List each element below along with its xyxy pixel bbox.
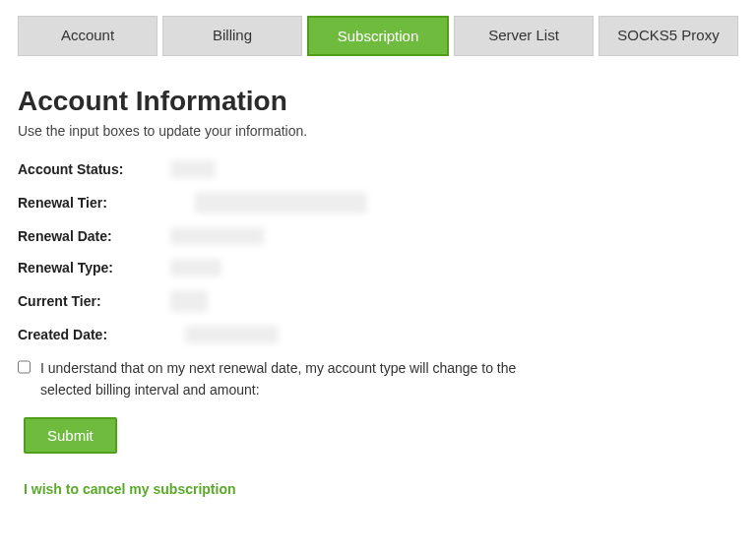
field-renewal-date: Renewal Date: bbox=[18, 227, 738, 245]
label-renewal-date: Renewal Date bbox=[18, 228, 107, 244]
page-subhead: Use the input boxes to update your infor… bbox=[18, 123, 738, 139]
tab-socks5-proxy[interactable]: SOCKS5 Proxy bbox=[598, 16, 738, 56]
field-created-date: Created Date: bbox=[18, 326, 738, 343]
value-account-status bbox=[170, 160, 216, 178]
label-renewal-type: Renewal Type bbox=[18, 260, 108, 276]
field-renewal-tier: Renewal Tier: bbox=[18, 192, 738, 214]
label-account-status: Account Status bbox=[18, 161, 119, 177]
consent-row: I understand that on my next renewal dat… bbox=[18, 357, 539, 401]
cancel-subscription-link[interactable]: I wish to cancel my subscription bbox=[24, 481, 236, 497]
value-created-date bbox=[185, 326, 279, 343]
tab-server-list[interactable]: Server List bbox=[454, 16, 594, 56]
value-renewal-date bbox=[170, 227, 264, 245]
label-renewal-tier: Renewal Tier bbox=[18, 195, 102, 211]
value-renewal-tier bbox=[195, 192, 367, 214]
value-current-tier bbox=[170, 290, 208, 312]
field-current-tier: Current Tier: bbox=[18, 290, 738, 312]
tabs-nav: Account Billing Subscription Server List… bbox=[18, 16, 738, 56]
submit-button[interactable]: Submit bbox=[24, 417, 117, 454]
tab-subscription[interactable]: Subscription bbox=[307, 16, 449, 56]
tab-account[interactable]: Account bbox=[18, 16, 158, 56]
label-current-tier: Current Tier bbox=[18, 293, 96, 309]
field-renewal-type: Renewal Type: bbox=[18, 259, 738, 276]
consent-text: I understand that on my next renewal dat… bbox=[40, 357, 539, 401]
consent-checkbox[interactable] bbox=[18, 360, 31, 374]
label-created-date: Created Date bbox=[18, 327, 102, 342]
field-account-status: Account Status: bbox=[18, 160, 738, 178]
page-title: Account Information bbox=[18, 86, 738, 117]
value-renewal-type bbox=[170, 259, 221, 276]
tab-billing[interactable]: Billing bbox=[162, 16, 302, 56]
